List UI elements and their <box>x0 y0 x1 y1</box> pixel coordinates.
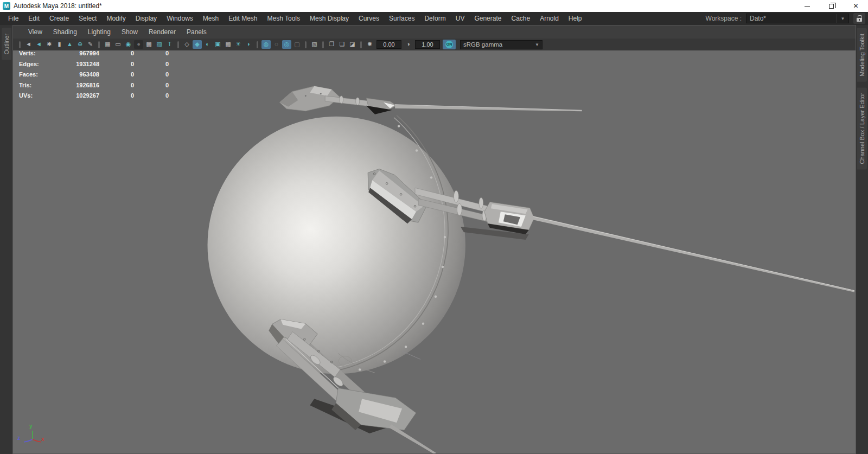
right-tab-strip: Modeling ToolkitChannel Box / Layer Edit… <box>856 25 868 454</box>
hud-col2: 0 <box>99 50 134 59</box>
window-title: Autodesk Maya 2018: untitled* <box>14 2 102 10</box>
image-plane-icon[interactable]: ▲ <box>65 40 74 49</box>
menu-help[interactable]: Help <box>564 12 587 25</box>
resolution-gate-icon[interactable]: ◉ <box>124 40 133 49</box>
on-badge: ON <box>445 41 453 48</box>
hud-col3: 0 <box>134 80 169 91</box>
color-management-toggle[interactable]: ON <box>443 40 456 49</box>
gamma-dropdown[interactable]: sRGB gamma▼ <box>460 40 542 49</box>
safe-title-icon[interactable]: T <box>165 40 174 49</box>
viewport-toolbar-items: ◄◄✱▮▲⊕✎▦▭◉●▩▨T◇◆◐▣▩☀◗◍◌◎▢▧❐❏◪✸0.00◑1.00O… <box>13 39 856 50</box>
menu-surfaces[interactable]: Surfaces <box>384 12 419 25</box>
menu-cache[interactable]: Cache <box>506 12 535 25</box>
tab-modeling-toolkit[interactable]: Modeling Toolkit <box>857 28 867 82</box>
maya-logo-icon: M <box>3 2 10 10</box>
xray-icon[interactable]: ❐ <box>327 40 336 49</box>
restore-button[interactable] <box>819 0 844 12</box>
hud-row: Tris:192681600 <box>19 80 169 91</box>
gate-mask-icon[interactable]: ● <box>134 40 143 49</box>
menu-edit[interactable]: Edit <box>23 12 44 25</box>
menu-mesh[interactable]: Mesh <box>198 12 224 25</box>
camera-attributes-icon[interactable]: ✱ <box>44 40 54 49</box>
satellite-sphere <box>208 116 465 374</box>
film-gate-icon[interactable]: ▭ <box>113 40 123 49</box>
menu-arnold[interactable]: Arnold <box>535 12 564 25</box>
pan-zoom-icon[interactable]: ⊕ <box>75 40 85 49</box>
use-default-material-icon[interactable]: ▩ <box>224 40 233 49</box>
menu-generate[interactable]: Generate <box>469 12 506 25</box>
hud-row: Faces:96340800 <box>19 69 169 80</box>
xray-active-icon[interactable]: ◪ <box>348 40 357 49</box>
select-camera-icon[interactable]: ◄ <box>24 40 33 49</box>
textured-icon[interactable]: ▣ <box>213 40 222 49</box>
viewport-canvas[interactable]: Verts:96799400Edges:193124800Faces:96340… <box>13 50 856 453</box>
shadows-icon[interactable]: ◗ <box>244 40 253 49</box>
grease-pencil-icon[interactable]: ✎ <box>86 40 95 49</box>
isolate-select-icon[interactable]: ▧ <box>310 40 319 49</box>
close-button[interactable]: ✕ <box>844 0 868 12</box>
menu-create[interactable]: Create <box>44 12 74 25</box>
hud-label: UVs: <box>19 91 50 101</box>
menu-mesh-display[interactable]: Mesh Display <box>305 12 354 25</box>
panel-menu-renderer[interactable]: Renderer <box>143 25 181 39</box>
toolbar-separator <box>360 41 362 48</box>
menu-uv[interactable]: UV <box>451 12 470 25</box>
exposure-field[interactable]: 0.00 <box>376 40 401 49</box>
wireframe-on-shaded-icon[interactable]: ◐ <box>203 40 212 49</box>
menu-modify[interactable]: Modify <box>101 12 130 25</box>
main-menubar: FileEditCreateSelectModifyDisplayWindows… <box>0 12 868 25</box>
hud-col3: 0 <box>134 91 169 101</box>
motion-blur-icon[interactable]: ◌ <box>272 40 281 49</box>
hud-col3: 0 <box>134 50 169 59</box>
hud-label: Faces: <box>19 69 50 80</box>
lock-camera-icon[interactable]: ◄ <box>34 40 43 49</box>
depth-of-field-icon[interactable]: ▢ <box>292 40 302 49</box>
sputnik-satellite-model <box>13 50 856 453</box>
menu-select[interactable]: Select <box>74 12 101 25</box>
antialias-icon[interactable]: ◎ <box>282 40 291 49</box>
chevron-down-icon: ▼ <box>837 14 848 23</box>
tab-outliner[interactable]: Outliner <box>2 28 11 60</box>
panel-menu-shading[interactable]: Shading <box>48 25 82 39</box>
panel-menu-panels[interactable]: Panels <box>181 25 212 39</box>
wireframe-icon[interactable]: ◇ <box>182 40 192 49</box>
lighting-icon[interactable]: ☀ <box>234 40 243 49</box>
workspace-dropdown[interactable]: Dato* ▼ <box>746 14 849 23</box>
exposure-icon[interactable]: ✸ <box>365 40 374 49</box>
hud-total: 1029267 <box>50 91 99 101</box>
hud-col2: 0 <box>99 69 134 80</box>
xray-joints-icon[interactable]: ❏ <box>337 40 347 49</box>
hud-label: Tris: <box>19 80 50 91</box>
workspace-value: Dato* <box>746 15 837 22</box>
menu-file[interactable]: File <box>3 12 23 25</box>
hud-total: 1931248 <box>50 59 99 70</box>
grid-icon[interactable]: ▦ <box>103 40 112 49</box>
menu-curves[interactable]: Curves <box>354 12 384 25</box>
panel-menu-lighting[interactable]: Lighting <box>82 25 116 39</box>
title-bar: M Autodesk Maya 2018: untitled* ✕ <box>0 0 868 12</box>
hud-col2: 0 <box>99 91 134 101</box>
shaded-icon[interactable]: ◆ <box>193 40 202 49</box>
toolbar-separator <box>19 41 21 48</box>
workspace-lock-button[interactable] <box>853 13 865 24</box>
hud-total: 967994 <box>50 50 99 59</box>
hud-label: Edges: <box>19 59 50 70</box>
menu-mesh-tools[interactable]: Mesh Tools <box>263 12 305 25</box>
menu-deform[interactable]: Deform <box>419 12 450 25</box>
panel-menu-view[interactable]: View <box>23 25 48 39</box>
tab-channel-box-layer-editor[interactable]: Channel Box / Layer Editor <box>857 87 867 169</box>
menu-windows[interactable]: Windows <box>162 12 198 25</box>
safe-action-icon[interactable]: ▨ <box>155 40 164 49</box>
panel-menu-show[interactable]: Show <box>116 25 143 39</box>
axis-z-label: z <box>17 435 20 441</box>
menu-display[interactable]: Display <box>131 12 162 25</box>
hud-row: Verts:96799400 <box>19 50 169 59</box>
minimize-button[interactable] <box>795 0 819 12</box>
menu-edit-mesh[interactable]: Edit Mesh <box>224 12 262 25</box>
occlusion-icon[interactable]: ◍ <box>261 40 271 49</box>
toolbar-separator <box>98 41 100 48</box>
field-chart-icon[interactable]: ▩ <box>144 40 154 49</box>
contrast-icon[interactable]: ◑ <box>404 40 413 49</box>
bookmark-icon[interactable]: ▮ <box>55 40 64 49</box>
contrast-field[interactable]: 1.00 <box>415 40 440 49</box>
